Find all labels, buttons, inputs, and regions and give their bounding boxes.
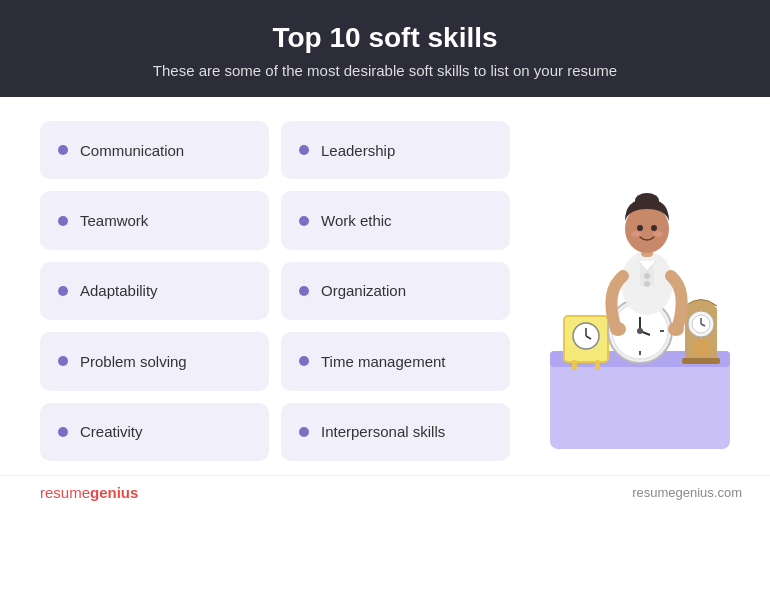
skill-dot xyxy=(58,145,68,155)
brand-resume: resume xyxy=(40,484,90,501)
illustration-svg xyxy=(530,121,730,461)
skill-card: Leadership xyxy=(281,121,510,179)
skill-card: Time management xyxy=(281,332,510,390)
skill-label: Creativity xyxy=(80,423,143,440)
svg-point-27 xyxy=(644,273,650,279)
skill-label: Organization xyxy=(321,282,406,299)
skill-label: Problem solving xyxy=(80,353,187,370)
skill-dot xyxy=(58,216,68,226)
skill-label: Teamwork xyxy=(80,212,148,229)
svg-point-28 xyxy=(644,281,650,287)
page-title: Top 10 soft skills xyxy=(20,22,750,54)
brand-genius: genius xyxy=(90,484,138,501)
svg-point-35 xyxy=(653,231,663,237)
skill-dot xyxy=(299,286,309,296)
skill-dot xyxy=(299,356,309,366)
page-header: Top 10 soft skills These are some of the… xyxy=(0,0,770,97)
skill-dot xyxy=(299,145,309,155)
skill-card: Teamwork xyxy=(40,191,269,249)
skill-label: Communication xyxy=(80,142,184,159)
svg-point-33 xyxy=(651,225,657,231)
svg-rect-24 xyxy=(693,339,709,355)
svg-rect-0 xyxy=(550,359,730,449)
skill-label: Interpersonal skills xyxy=(321,423,445,440)
footer: resumegenius resumegenius.com xyxy=(0,475,770,509)
svg-point-31 xyxy=(635,193,659,209)
skill-card: Adaptability xyxy=(40,262,269,320)
svg-rect-7 xyxy=(572,360,577,370)
skill-label: Time management xyxy=(321,353,446,370)
skill-card: Problem solving xyxy=(40,332,269,390)
svg-point-37 xyxy=(668,322,684,336)
svg-point-34 xyxy=(631,231,641,237)
svg-point-17 xyxy=(637,328,643,334)
skill-card: Communication xyxy=(40,121,269,179)
main-content: CommunicationLeadershipTeamworkWork ethi… xyxy=(0,97,770,471)
skill-card: Organization xyxy=(281,262,510,320)
skill-dot xyxy=(58,356,68,366)
skill-card: Creativity xyxy=(40,403,269,461)
svg-point-36 xyxy=(610,322,626,336)
skill-dot xyxy=(299,216,309,226)
skill-card: Interpersonal skills xyxy=(281,403,510,461)
svg-rect-23 xyxy=(682,358,720,364)
skills-grid: CommunicationLeadershipTeamworkWork ethi… xyxy=(40,121,510,461)
skill-dot xyxy=(299,427,309,437)
illustration xyxy=(520,121,740,461)
skill-dot xyxy=(58,427,68,437)
skill-label: Leadership xyxy=(321,142,395,159)
skill-card: Work ethic xyxy=(281,191,510,249)
footer-url: resumegenius.com xyxy=(632,485,742,500)
skill-label: Work ethic xyxy=(321,212,392,229)
svg-rect-8 xyxy=(595,360,600,370)
skill-dot xyxy=(58,286,68,296)
brand-logo: resumegenius xyxy=(40,484,138,501)
page-subtitle: These are some of the most desirable sof… xyxy=(20,62,750,79)
skill-label: Adaptability xyxy=(80,282,158,299)
svg-point-32 xyxy=(637,225,643,231)
